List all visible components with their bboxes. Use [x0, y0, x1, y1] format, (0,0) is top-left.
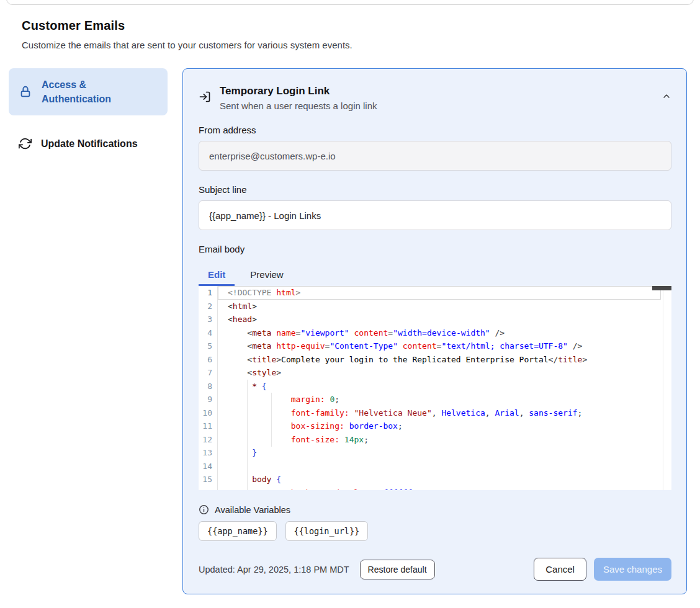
previous-card-bottom-edge — [6, 0, 694, 5]
available-variables-header: Available Variables — [199, 504, 671, 515]
page-title: Customer Emails — [22, 19, 678, 33]
line-number: 1 — [199, 286, 218, 300]
panel-subtitle: Sent when a user requests a login link — [220, 101, 377, 111]
editor-scrollbar-thumb[interactable] — [652, 286, 671, 290]
code-line[interactable]: 9 margin: 0; — [199, 393, 671, 406]
sidebar-item-label: Access & Authentication — [42, 78, 158, 106]
editor-tabs: EditPreview — [199, 263, 671, 286]
code-line[interactable]: 4 <meta name="viewport" content="width=d… — [199, 326, 671, 340]
cancel-button[interactable]: Cancel — [534, 558, 586, 581]
line-content — [218, 460, 661, 473]
lock-icon — [19, 85, 32, 99]
tab-edit[interactable]: Edit — [199, 263, 235, 286]
sidebar-item-label: Update Notifications — [41, 136, 138, 151]
line-number: 16 — [199, 486, 218, 491]
line-number: 15 — [199, 473, 218, 486]
main-row: Access & AuthenticationUpdate Notificati… — [0, 68, 700, 594]
line-number: 10 — [199, 406, 218, 420]
editor-lines: 1<!DOCTYPE html>2<html>3<head>4 <meta na… — [199, 286, 671, 490]
line-content: <title>Complete your login to the Replic… — [218, 353, 661, 367]
line-content: box-sizing: border-box; — [218, 419, 661, 433]
code-line[interactable]: 12 font-size: 14px; — [199, 433, 671, 447]
line-content: <!DOCTYPE html> — [218, 286, 661, 300]
line-number: 8 — [199, 380, 218, 393]
panel-title: Temporary Login Link — [220, 85, 377, 97]
subject-line-label: Subject line — [199, 184, 671, 195]
chevron-up-icon[interactable] — [662, 91, 671, 101]
updated-timestamp: Updated: Apr 29, 2025, 1:18 PM MDT — [199, 565, 349, 574]
code-line[interactable]: 7 <style> — [199, 366, 671, 380]
line-content: margin: 0; — [218, 393, 661, 406]
variable-chip[interactable]: {{app_name}} — [199, 521, 277, 541]
code-line[interactable]: 14 — [199, 460, 671, 473]
line-content: font-family: "Helvetica Neue", Helvetica… — [218, 406, 661, 420]
line-content: } — [218, 446, 661, 460]
tab-preview[interactable]: Preview — [241, 263, 292, 286]
code-line[interactable]: 3<head> — [199, 313, 671, 326]
code-line[interactable]: 15 body { — [199, 473, 671, 486]
line-number: 3 — [199, 313, 218, 326]
line-content: <html> — [218, 300, 661, 313]
line-content: <meta http-equiv="Content-Type" content=… — [218, 339, 661, 353]
line-number: 6 — [199, 353, 218, 367]
panel-header: Temporary Login Link Sent when a user re… — [199, 85, 671, 111]
page-description: Customize the emails that are sent to yo… — [22, 40, 678, 50]
panel-footer: Updated: Apr 29, 2025, 1:18 PM MDT Resto… — [199, 558, 671, 581]
code-line[interactable]: 1<!DOCTYPE html> — [199, 286, 671, 300]
code-line[interactable]: 13 } — [199, 446, 671, 460]
page-header: Customer Emails Customize the emails tha… — [0, 0, 700, 50]
line-number: 13 — [199, 446, 218, 460]
line-content: <head> — [218, 313, 661, 326]
indent-guide — [247, 380, 248, 490]
subject-line-input[interactable] — [199, 200, 671, 230]
sidebar: Access & AuthenticationUpdate Notificati… — [9, 68, 168, 161]
line-content: * { — [218, 380, 661, 393]
line-content: background-color: #ffffff; — [218, 486, 661, 491]
save-changes-button[interactable]: Save changes — [594, 558, 671, 581]
variable-chips: {{app_name}}{{login_url}} — [199, 521, 671, 541]
line-content: <style> — [218, 366, 661, 380]
code-editor[interactable]: 1<!DOCTYPE html>2<html>3<head>4 <meta na… — [199, 286, 671, 490]
code-line[interactable]: 2<html> — [199, 300, 671, 313]
code-line[interactable]: 8 * { — [199, 380, 671, 393]
variable-chip[interactable]: {{login_url}} — [285, 521, 369, 541]
sidebar-item-access-authentication[interactable]: Access & Authentication — [9, 68, 168, 115]
code-line[interactable]: 10 font-family: "Helvetica Neue", Helvet… — [199, 406, 671, 420]
restore-default-button[interactable]: Restore default — [360, 560, 435, 579]
code-line[interactable]: 5 <meta http-equiv="Content-Type" conten… — [199, 339, 671, 353]
code-line[interactable]: 16 background-color: #ffffff; — [199, 486, 671, 491]
email-body-label: Email body — [199, 244, 671, 254]
available-variables-label: Available Variables — [215, 505, 290, 515]
line-content: font-size: 14px; — [218, 433, 661, 447]
info-icon — [199, 504, 209, 515]
line-number: 7 — [199, 366, 218, 380]
line-number: 9 — [199, 393, 218, 406]
line-number: 5 — [199, 339, 218, 353]
editor-scrollbar[interactable] — [663, 286, 671, 490]
sidebar-item-update-notifications[interactable]: Update Notifications — [9, 127, 168, 160]
panel-title-block: Temporary Login Link Sent when a user re… — [220, 85, 377, 111]
login-icon — [199, 91, 211, 103]
email-settings-panel: Temporary Login Link Sent when a user re… — [182, 68, 687, 594]
line-number: 11 — [199, 419, 218, 433]
line-number: 2 — [199, 300, 218, 313]
line-content: <meta name="viewport" content="width=dev… — [218, 326, 661, 340]
indent-guide — [271, 393, 272, 447]
from-address-label: From address — [199, 125, 671, 135]
line-number: 14 — [199, 460, 218, 473]
line-number: 4 — [199, 326, 218, 340]
code-line[interactable]: 11 box-sizing: border-box; — [199, 419, 671, 433]
code-line[interactable]: 6 <title>Complete your login to the Repl… — [199, 353, 671, 367]
from-address-input[interactable] — [199, 141, 671, 171]
refresh-icon — [19, 137, 32, 150]
line-content: body { — [218, 473, 661, 486]
line-number: 12 — [199, 433, 218, 447]
